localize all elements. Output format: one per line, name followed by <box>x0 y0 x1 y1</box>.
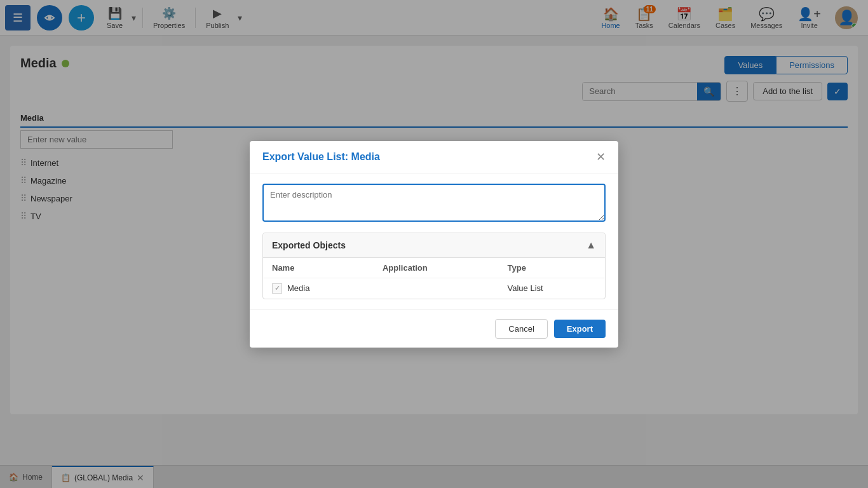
table-header-name: Name <box>263 258 374 278</box>
cancel-button[interactable]: Cancel <box>495 319 547 339</box>
exported-table: Name Application Type ✓ Media <box>263 258 605 299</box>
export-modal: Export Value List: Media ✕ Exported Obje… <box>250 141 618 348</box>
table-header-application: Application <box>374 258 499 278</box>
modal-footer: Cancel Export <box>250 309 618 348</box>
export-checkbox[interactable]: ✓ <box>272 283 282 294</box>
table-header-type: Type <box>499 258 605 278</box>
chevron-up-icon: ▲ <box>586 240 596 251</box>
export-button[interactable]: Export <box>554 320 606 338</box>
table-cell-name: ✓ Media <box>263 278 374 299</box>
table-cell-application <box>374 278 499 299</box>
modal-overlay[interactable]: Export Value List: Media ✕ Exported Obje… <box>0 0 868 488</box>
modal-title: Export Value List: Media <box>262 151 380 163</box>
description-textarea[interactable] <box>262 184 606 222</box>
table-row: ✓ Media Value List <box>263 278 605 299</box>
modal-header: Export Value List: Media ✕ <box>250 141 618 173</box>
modal-body: Exported Objects ▲ Name Application Type <box>250 173 618 309</box>
modal-close-button[interactable]: ✕ <box>596 150 606 164</box>
exported-objects-header[interactable]: Exported Objects ▲ <box>263 233 605 258</box>
exported-objects-title: Exported Objects <box>272 240 346 250</box>
exported-objects-section: Exported Objects ▲ Name Application Type <box>262 233 606 299</box>
table-cell-type: Value List <box>499 278 605 299</box>
